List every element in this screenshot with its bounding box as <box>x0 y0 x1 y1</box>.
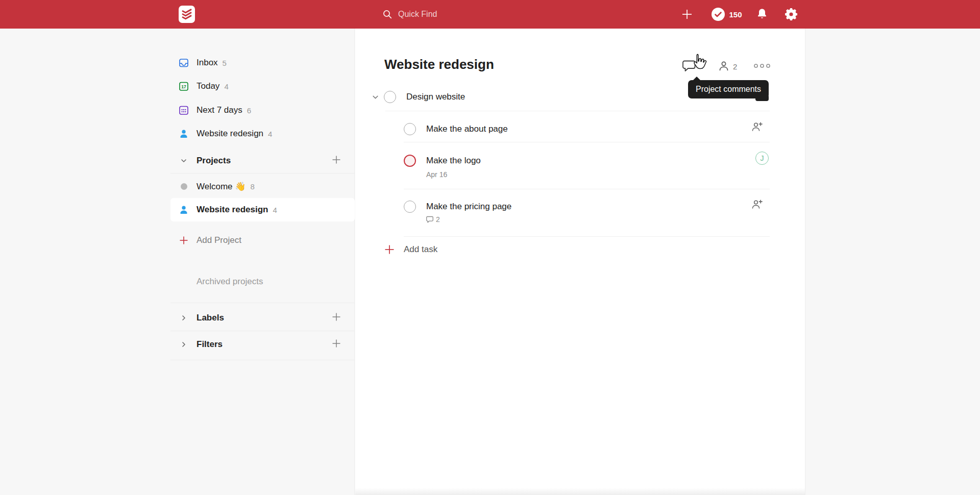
plus-icon-red <box>384 244 395 255</box>
page-title: Website redesign <box>384 57 494 72</box>
filters-section-header[interactable]: Filters <box>170 333 355 356</box>
archived-projects-label: Archived projects <box>197 277 263 287</box>
divider <box>170 303 355 303</box>
task-checkbox[interactable] <box>404 123 416 135</box>
add-filter-plus-icon[interactable] <box>331 338 341 351</box>
sidebar-project-welcome[interactable]: Welcome 👋 8 <box>170 175 355 198</box>
gear-icon <box>785 8 798 21</box>
sidebar-item-website-redesign-favorite[interactable]: Website redesign 4 <box>170 122 355 145</box>
item-count: 4 <box>273 206 277 214</box>
person-add-icon <box>751 199 763 211</box>
inbox-icon <box>178 57 189 68</box>
item-count: 4 <box>268 130 272 138</box>
filters-header-label: Filters <box>197 339 223 350</box>
person-icon <box>718 60 730 72</box>
plus-icon <box>681 8 693 20</box>
bell-icon <box>756 8 768 21</box>
add-task-button[interactable]: Add task <box>384 243 437 256</box>
sidebar-item-next7days[interactable]: Next 7 days 6 <box>170 98 355 122</box>
divider <box>170 331 355 331</box>
item-count: 4 <box>224 82 228 91</box>
archived-projects-link[interactable]: Archived projects <box>170 270 355 293</box>
add-task-label: Add task <box>404 244 437 255</box>
shared-project-icon <box>178 204 189 215</box>
notifications-button[interactable] <box>754 0 770 29</box>
task-title: Design website <box>406 92 465 102</box>
sidebar-item-today[interactable]: 17 Today 4 <box>170 75 355 98</box>
sidebar-item-label: Next 7 days <box>197 105 242 115</box>
task-checkbox-priority1[interactable] <box>404 155 416 167</box>
right-margin <box>805 29 980 495</box>
search-input[interactable] <box>398 10 521 19</box>
sidebar-project-website-redesign[interactable]: Website redesign 4 <box>170 198 355 221</box>
chevron-down-icon <box>178 155 189 166</box>
assignee-avatar[interactable]: J <box>755 152 769 165</box>
karma-button[interactable]: 150 <box>707 0 746 29</box>
person-add-icon <box>751 121 763 133</box>
chevron-right-icon <box>178 339 189 350</box>
add-project-plus-icon[interactable] <box>331 155 341 167</box>
divider <box>404 189 770 189</box>
shared-project-icon <box>178 128 189 139</box>
sidebar-item-label: Website redesign <box>197 129 263 139</box>
task-row-make-about-page[interactable]: Make the about page <box>404 120 508 138</box>
sidebar-item-label: Inbox <box>197 58 218 68</box>
divider <box>404 236 770 237</box>
quick-find-search[interactable] <box>382 7 535 21</box>
task-title: Make the logo <box>426 156 481 166</box>
sidebar-item-inbox[interactable]: Inbox 5 <box>170 51 355 75</box>
ellipsis-icon <box>752 62 773 69</box>
calendar-week-icon <box>178 105 189 116</box>
task-row-make-logo[interactable]: Make the logo <box>404 152 481 169</box>
plus-icon-red <box>178 235 189 246</box>
tooltip: Project comments <box>688 80 769 98</box>
topbar: 150 <box>0 0 980 29</box>
task-comments-meta[interactable]: 2 <box>426 215 440 224</box>
item-count: 6 <box>247 106 251 115</box>
add-label-plus-icon[interactable] <box>331 312 341 325</box>
due-date: Apr 16 <box>426 170 447 179</box>
add-project-label: Add Project <box>197 235 241 245</box>
task-row-design-website[interactable]: Design website <box>370 88 465 106</box>
task-checkbox[interactable] <box>404 201 416 213</box>
settings-button[interactable] <box>783 0 799 29</box>
collapse-chevron-icon[interactable] <box>370 91 381 103</box>
item-count: 5 <box>223 59 227 67</box>
karma-count: 150 <box>729 10 742 19</box>
project-color-dot <box>178 181 189 192</box>
project-label: Website redesign <box>197 205 268 215</box>
sidebar: Inbox 5 17 Today 4 Next 7 days <box>0 29 355 495</box>
task-checkbox[interactable] <box>384 91 396 103</box>
project-members-count: 2 <box>733 62 737 71</box>
add-project-button[interactable]: Add Project <box>170 229 355 252</box>
karma-check-icon <box>712 8 725 21</box>
divider <box>170 360 355 360</box>
assignee-initial: J <box>761 154 764 162</box>
divider <box>170 173 355 174</box>
item-count: 8 <box>250 182 254 191</box>
mouse-cursor-pointer <box>690 53 707 75</box>
comment-bubble-icon <box>426 215 434 224</box>
todoist-logo[interactable] <box>179 6 195 23</box>
quick-add-button[interactable] <box>679 0 695 29</box>
assign-person-button[interactable] <box>751 121 763 133</box>
labels-header-label: Labels <box>197 313 224 323</box>
labels-section-header[interactable]: Labels <box>170 306 355 330</box>
project-more-button[interactable] <box>752 62 773 69</box>
assign-person-button[interactable] <box>751 199 763 211</box>
task-title: Make the about page <box>426 124 508 134</box>
task-row-make-pricing-page[interactable]: Make the pricing page <box>404 198 511 215</box>
svg-text:17: 17 <box>181 84 186 89</box>
search-icon <box>382 9 393 20</box>
divider <box>385 111 770 111</box>
bottom-scroll-fade <box>355 488 805 495</box>
projects-header-label: Projects <box>197 156 231 166</box>
chevron-right-icon <box>178 312 189 324</box>
project-members-button[interactable]: 2 <box>718 60 737 72</box>
calendar-today-icon: 17 <box>178 81 189 92</box>
projects-section-header[interactable]: Projects <box>170 149 355 172</box>
divider <box>404 142 770 142</box>
task-title: Make the pricing page <box>426 202 511 212</box>
app-window: 150 Inbox 5 <box>0 0 980 495</box>
project-view: Website redesign 2 2 Project comm <box>355 29 805 495</box>
